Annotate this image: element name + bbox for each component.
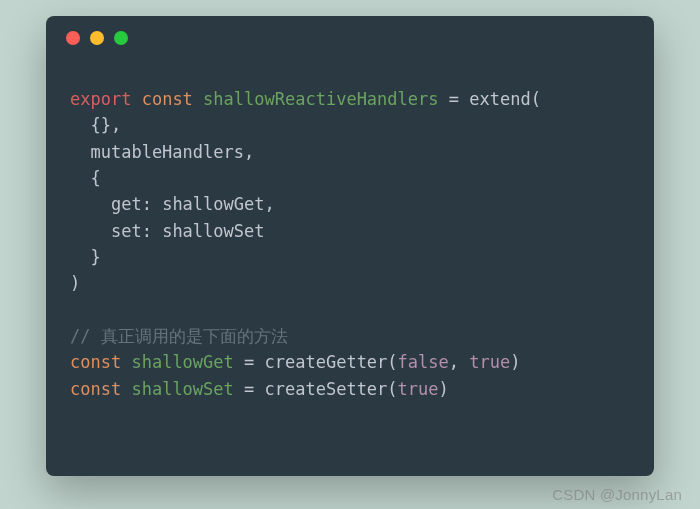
keyword-const: const — [142, 89, 193, 109]
comment-line: // 真正调用的是下面的方法 — [70, 326, 288, 346]
bool-true: true — [398, 379, 439, 399]
attr-set: set — [111, 221, 142, 241]
code-line: ) — [70, 273, 80, 293]
keyword-export: export — [70, 89, 131, 109]
punct: ( — [387, 352, 397, 372]
identifier: shallowGet — [131, 352, 233, 372]
keyword-const: const — [70, 352, 121, 372]
window-titlebar — [46, 16, 654, 60]
punct: , — [449, 352, 469, 372]
code-line: { — [70, 168, 101, 188]
punct: = — [234, 352, 265, 372]
punct: : shallowGet, — [142, 194, 275, 214]
punct: = — [234, 379, 265, 399]
fn-call: createSetter — [265, 379, 388, 399]
indent — [70, 221, 111, 241]
identifier: shallowSet — [131, 379, 233, 399]
code-line: } — [70, 247, 101, 267]
punct: ( — [387, 379, 397, 399]
punct: ) — [439, 379, 449, 399]
watermark-text: CSDN @JonnyLan — [552, 486, 682, 503]
code-editor-window: export const shallowReactiveHandlers = e… — [46, 16, 654, 476]
minimize-icon[interactable] — [90, 31, 104, 45]
bool-false: false — [398, 352, 449, 372]
fn-call: extend — [469, 89, 530, 109]
keyword-const: const — [70, 379, 121, 399]
bool-true: true — [469, 352, 510, 372]
attr-get: get — [111, 194, 142, 214]
indent — [70, 194, 111, 214]
punct: = — [439, 89, 470, 109]
punct: ( — [531, 89, 541, 109]
punct: ) — [510, 352, 520, 372]
identifier: shallowReactiveHandlers — [203, 89, 438, 109]
fn-call: createGetter — [265, 352, 388, 372]
code-line: {}, — [70, 115, 121, 135]
code-line: mutableHandlers, — [70, 142, 254, 162]
punct: : shallowSet — [142, 221, 265, 241]
close-icon[interactable] — [66, 31, 80, 45]
maximize-icon[interactable] — [114, 31, 128, 45]
code-block: export const shallowReactiveHandlers = e… — [46, 60, 654, 402]
